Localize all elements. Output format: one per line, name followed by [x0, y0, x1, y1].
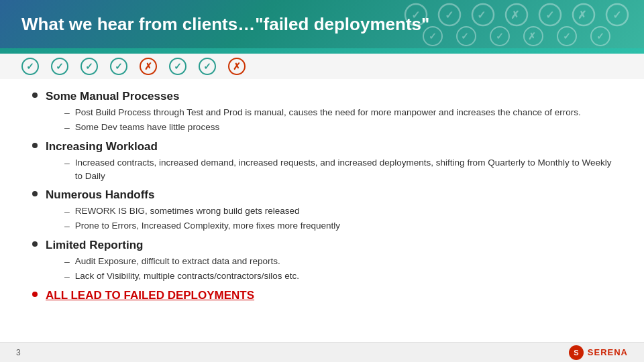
svg-text:✓: ✓ — [563, 31, 571, 42]
sub-bullet-2-1: – Increased contracts, increased demand,… — [64, 156, 612, 184]
svg-text:✓: ✓ — [496, 31, 504, 42]
bullet-dot-5 — [32, 292, 38, 297]
sub-bullet-4-2: – Lack of Visibility, multiple contracts… — [64, 269, 612, 284]
sub-text-4-1: Audit Exposure, difficult to extract dat… — [75, 255, 280, 268]
check-icon-3: ✓ — [80, 58, 98, 75]
sub-bullets-2: – Increased contracts, increased demand,… — [64, 156, 612, 184]
bullet-main-label-5: ALL LEAD TO FAILED DEPLOYMENTS — [46, 288, 254, 304]
bullet-limited-reporting: Limited Reporting – Audit Exposure, diff… — [32, 237, 612, 284]
bullet-main-label-1: Some Manual Processes — [46, 88, 179, 105]
sub-bullet-1-2: – Some Dev teams have little process — [64, 121, 612, 135]
bullet-main-label-4: Limited Reporting — [46, 237, 143, 253]
sub-text-4-2: Lack of Visibility, multiple contracts/c… — [75, 269, 299, 283]
check-icon-1: ✓ — [21, 58, 39, 75]
bullet-numerous-handoffs: Numerous Handoffs – REWORK IS BIG, somet… — [32, 187, 612, 233]
sub-bullet-3-1: – REWORK IS BIG, sometimes wrong build g… — [64, 204, 612, 219]
sub-bullets-4: – Audit Exposure, difficult to extract d… — [64, 255, 612, 284]
sub-text-1-1: Post Build Process through Test and Prod… — [75, 106, 581, 119]
page-number: 3 — [16, 348, 21, 357]
svg-text:✓: ✓ — [445, 9, 453, 21]
x-icon-1: ✗ — [140, 58, 157, 75]
slide-footer: 3 S SERENA — [0, 342, 644, 362]
bullet-all-lead: ALL LEAD TO FAILED DEPLOYMENTS — [32, 288, 612, 304]
bullet-dot-4 — [32, 241, 38, 247]
slide-content: Some Manual Processes – Post Build Proce… — [0, 79, 644, 342]
svg-text:✗: ✗ — [511, 9, 519, 21]
bullet-dot-2 — [32, 143, 38, 148]
check-icon-6: ✓ — [199, 58, 216, 75]
svg-text:✗: ✗ — [578, 9, 586, 21]
check-icon-2: ✓ — [51, 58, 68, 75]
bullet-increasing-workload: Increasing Workload – Increased contract… — [32, 139, 612, 183]
svg-text:✓: ✓ — [596, 31, 604, 42]
svg-text:✓: ✓ — [461, 31, 469, 42]
svg-text:✓: ✓ — [545, 9, 554, 21]
sub-bullet-4-1: – Audit Exposure, difficult to extract d… — [64, 255, 612, 269]
serena-logo-text: SERENA — [588, 347, 628, 357]
accent-bar — [0, 48, 644, 54]
sub-text-3-1: REWORK IS BIG, sometimes wrong build get… — [75, 204, 300, 218]
sub-bullet-3-2: – Prone to Errors, Increased Complexity,… — [64, 219, 612, 233]
bullet-dot-3 — [32, 191, 38, 196]
icon-row: ✓ ✓ ✓ ✓ ✗ ✓ ✓ ✗ — [0, 54, 644, 79]
svg-text:✓: ✓ — [612, 9, 621, 21]
x-icon-2: ✗ — [228, 58, 246, 75]
sub-text-2-1: Increased contracts, increased demand, i… — [75, 156, 612, 184]
svg-text:✗: ✗ — [528, 31, 536, 42]
svg-text:✓: ✓ — [429, 31, 437, 42]
bullet-main-label-2: Increasing Workload — [46, 139, 158, 155]
sub-text-1-2: Some Dev teams have little process — [75, 121, 219, 134]
sub-text-3-2: Prone to Errors, Increased Complexity, m… — [75, 219, 340, 233]
slide-header: ✓ ✓ ✓ ✗ ✓ ✗ ✓ ✓ ✓ ✓ ✗ ✓ ✓ What we hear f… — [0, 0, 644, 48]
bullet-manual-processes: Some Manual Processes – Post Build Proce… — [32, 88, 612, 135]
slide-title: What we hear from clients…"failed deploy… — [21, 14, 429, 35]
sub-bullet-1-1: – Post Build Process through Test and Pr… — [64, 106, 612, 120]
sub-bullets-3: – REWORK IS BIG, sometimes wrong build g… — [64, 204, 612, 233]
sub-bullets-1: – Post Build Process through Test and Pr… — [64, 106, 612, 135]
serena-logo-icon: S — [569, 345, 584, 360]
serena-logo: S SERENA — [569, 345, 628, 360]
bullet-main-label-3: Numerous Handoffs — [46, 187, 154, 203]
check-icon-4: ✓ — [110, 58, 127, 75]
check-icon-5: ✓ — [169, 58, 186, 75]
svg-text:✓: ✓ — [477, 9, 486, 21]
bullet-dot-1 — [32, 93, 38, 98]
